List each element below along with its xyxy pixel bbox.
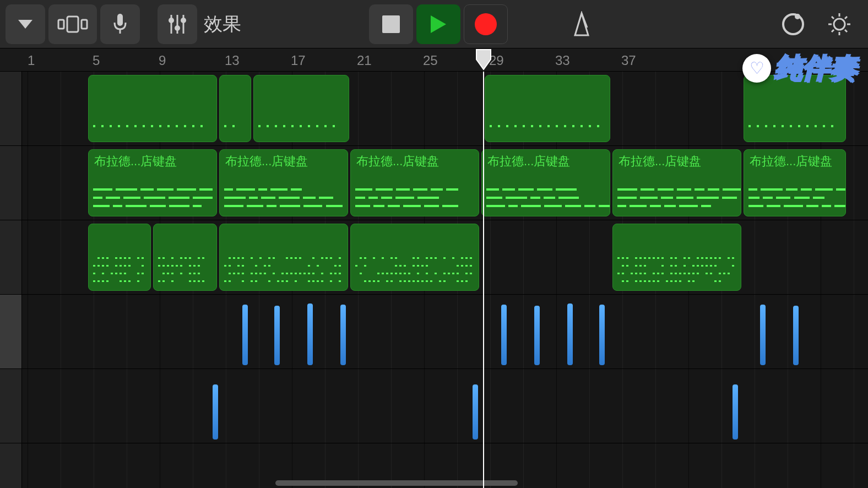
ruler-tick: 21 — [357, 53, 372, 68]
svg-line-23 — [832, 17, 834, 19]
svg-rect-12 — [382, 15, 400, 33]
effects-label[interactable]: 效果 — [204, 12, 241, 37]
track-view-button[interactable] — [48, 4, 97, 44]
midi-region[interactable]: 布拉德...店键盘 — [744, 149, 846, 216]
midi-region[interactable] — [612, 224, 741, 291]
tracks-area: 布拉德...店键盘布拉德...店键盘布拉德...店键盘布拉德...店键盘布拉德.… — [0, 72, 868, 488]
track-header[interactable] — [0, 72, 21, 146]
audio-event[interactable] — [340, 305, 346, 365]
ruler-tick: 25 — [423, 53, 438, 68]
region-label: 布拉德...店键盘 — [744, 150, 845, 173]
svg-point-17 — [795, 14, 800, 19]
svg-rect-4 — [117, 14, 123, 26]
metronome-button[interactable] — [569, 11, 594, 37]
track-row[interactable] — [22, 220, 868, 295]
ruler-tick: 33 — [555, 53, 570, 68]
region-label: 布拉德...店键盘 — [613, 150, 741, 173]
view-menu-button[interactable] — [6, 4, 45, 44]
midi-region[interactable] — [88, 75, 217, 142]
track-row[interactable] — [22, 369, 868, 443]
track-row[interactable]: 布拉德...店键盘布拉德...店键盘布拉德...店键盘布拉德...店键盘布拉德.… — [22, 146, 868, 220]
midi-region[interactable]: 布拉德...店键盘 — [219, 149, 348, 216]
midi-region[interactable]: 布拉德...店键盘 — [481, 149, 610, 216]
midi-region[interactable] — [350, 224, 479, 291]
region-label: 布拉德...店键盘 — [351, 150, 479, 173]
midi-region[interactable] — [219, 224, 348, 291]
audio-event[interactable] — [501, 305, 507, 365]
playhead[interactable] — [483, 72, 484, 488]
svg-marker-13 — [431, 15, 446, 33]
svg-line-24 — [845, 30, 847, 32]
track-row[interactable] — [22, 72, 868, 146]
svg-line-15 — [582, 13, 587, 28]
horizontal-scrollbar[interactable] — [275, 480, 518, 486]
svg-rect-1 — [58, 20, 64, 29]
track-row[interactable] — [22, 295, 868, 369]
ruler-tick: 1 — [28, 53, 35, 68]
loop-button[interactable] — [781, 12, 805, 36]
play-button[interactable] — [416, 4, 460, 44]
audio-event[interactable] — [213, 384, 218, 440]
svg-line-25 — [845, 17, 847, 19]
svg-marker-0 — [18, 20, 32, 29]
record-button[interactable] — [464, 4, 508, 44]
midi-region[interactable] — [88, 224, 151, 291]
midi-region[interactable]: 布拉德...店键盘 — [612, 149, 741, 216]
track-headers — [0, 72, 22, 488]
audio-event[interactable] — [599, 305, 605, 365]
track-header[interactable] — [0, 295, 21, 369]
midi-region[interactable]: 布拉德...店键盘 — [350, 149, 479, 216]
svg-rect-3 — [82, 20, 87, 29]
midi-region[interactable]: 布拉德...店键盘 — [88, 149, 217, 216]
audio-event[interactable] — [567, 303, 573, 365]
audio-event[interactable] — [242, 305, 248, 365]
ruler-tick: 13 — [225, 53, 240, 68]
region-label: 布拉德...店键盘 — [220, 150, 348, 173]
svg-point-11 — [181, 18, 186, 23]
playhead-handle-icon[interactable] — [475, 48, 492, 65]
svg-point-7 — [169, 18, 174, 23]
audio-event[interactable] — [534, 306, 540, 365]
timeline-ruler[interactable]: 15913172125293337 — [0, 48, 868, 72]
watermark-overlay: ♡ 纯伴奏 — [742, 50, 857, 86]
svg-point-9 — [175, 25, 180, 31]
audio-event[interactable] — [307, 303, 313, 365]
track-header[interactable] — [0, 220, 21, 295]
ruler-tick: 37 — [621, 53, 636, 68]
stop-button[interactable] — [369, 4, 413, 44]
audio-event[interactable] — [760, 305, 766, 365]
audio-event[interactable] — [274, 306, 280, 365]
heart-icon: ♡ — [742, 54, 771, 83]
mixer-button[interactable] — [158, 4, 197, 44]
audio-event[interactable] — [793, 306, 799, 365]
ruler-tick: 17 — [291, 53, 306, 68]
microphone-button[interactable] — [100, 4, 140, 44]
settings-button[interactable] — [827, 12, 851, 36]
midi-region[interactable] — [253, 75, 349, 142]
audio-event[interactable] — [733, 384, 738, 440]
svg-rect-2 — [67, 17, 78, 32]
track-header[interactable] — [0, 369, 21, 443]
svg-point-18 — [834, 19, 845, 30]
tracks-canvas[interactable]: 布拉德...店键盘布拉德...店键盘布拉德...店键盘布拉德...店键盘布拉德.… — [22, 72, 868, 488]
ruler-tick: 5 — [93, 53, 100, 68]
midi-region[interactable] — [153, 224, 217, 291]
toolbar: 效果 — [0, 0, 868, 48]
svg-point-14 — [475, 13, 497, 35]
audio-event[interactable] — [473, 384, 478, 440]
track-header[interactable] — [0, 146, 21, 220]
svg-line-26 — [832, 30, 834, 32]
watermark-text: 纯伴奏 — [774, 50, 857, 86]
region-label: 布拉德...店键盘 — [89, 150, 216, 173]
svg-marker-27 — [476, 50, 491, 69]
region-label: 布拉德...店键盘 — [482, 150, 610, 173]
midi-region[interactable] — [219, 75, 251, 142]
transport-controls — [369, 4, 508, 44]
midi-region[interactable] — [485, 75, 610, 142]
ruler-tick: 9 — [159, 53, 166, 68]
